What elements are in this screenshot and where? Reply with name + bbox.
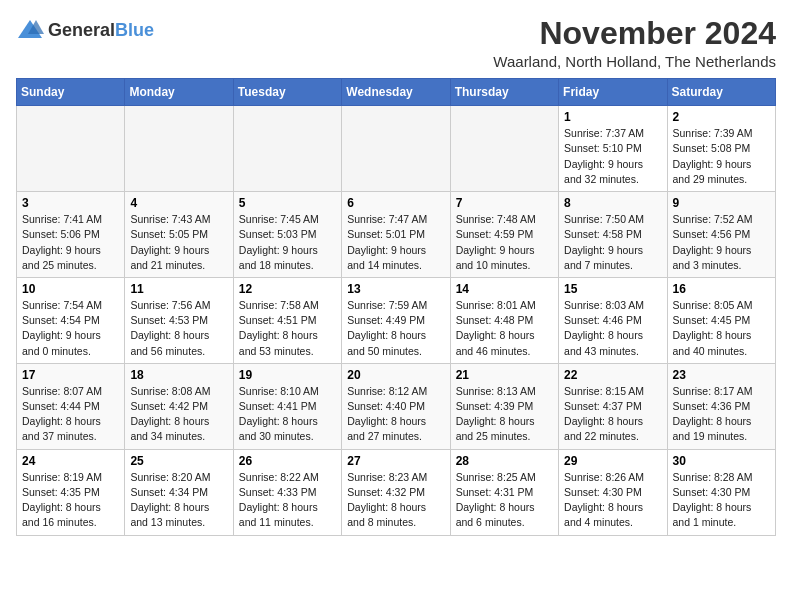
calendar-cell: 22Sunrise: 8:15 AM Sunset: 4:37 PM Dayli… [559,363,667,449]
calendar-cell: 26Sunrise: 8:22 AM Sunset: 4:33 PM Dayli… [233,449,341,535]
day-number: 3 [22,196,119,210]
calendar-cell: 8Sunrise: 7:50 AM Sunset: 4:58 PM Daylig… [559,192,667,278]
calendar-header-saturday: Saturday [667,79,775,106]
calendar-cell: 13Sunrise: 7:59 AM Sunset: 4:49 PM Dayli… [342,277,450,363]
day-info: Sunrise: 7:52 AM Sunset: 4:56 PM Dayligh… [673,212,770,273]
day-info: Sunrise: 8:23 AM Sunset: 4:32 PM Dayligh… [347,470,444,531]
location-title: Waarland, North Holland, The Netherlands [493,53,776,70]
calendar-cell: 29Sunrise: 8:26 AM Sunset: 4:30 PM Dayli… [559,449,667,535]
day-info: Sunrise: 8:26 AM Sunset: 4:30 PM Dayligh… [564,470,661,531]
day-number: 12 [239,282,336,296]
day-info: Sunrise: 8:17 AM Sunset: 4:36 PM Dayligh… [673,384,770,445]
day-number: 21 [456,368,553,382]
month-title: November 2024 [493,16,776,51]
calendar-cell [342,106,450,192]
day-info: Sunrise: 8:13 AM Sunset: 4:39 PM Dayligh… [456,384,553,445]
day-info: Sunrise: 7:37 AM Sunset: 5:10 PM Dayligh… [564,126,661,187]
calendar-week-row: 24Sunrise: 8:19 AM Sunset: 4:35 PM Dayli… [17,449,776,535]
calendar-cell [125,106,233,192]
day-info: Sunrise: 7:47 AM Sunset: 5:01 PM Dayligh… [347,212,444,273]
day-info: Sunrise: 8:25 AM Sunset: 4:31 PM Dayligh… [456,470,553,531]
day-number: 30 [673,454,770,468]
day-number: 13 [347,282,444,296]
calendar-cell: 5Sunrise: 7:45 AM Sunset: 5:03 PM Daylig… [233,192,341,278]
day-number: 22 [564,368,661,382]
day-number: 27 [347,454,444,468]
calendar-header-wednesday: Wednesday [342,79,450,106]
day-info: Sunrise: 8:01 AM Sunset: 4:48 PM Dayligh… [456,298,553,359]
calendar-cell: 9Sunrise: 7:52 AM Sunset: 4:56 PM Daylig… [667,192,775,278]
calendar-week-row: 10Sunrise: 7:54 AM Sunset: 4:54 PM Dayli… [17,277,776,363]
day-number: 23 [673,368,770,382]
calendar-cell: 3Sunrise: 7:41 AM Sunset: 5:06 PM Daylig… [17,192,125,278]
calendar-cell: 18Sunrise: 8:08 AM Sunset: 4:42 PM Dayli… [125,363,233,449]
title-area: November 2024 Waarland, North Holland, T… [493,16,776,70]
day-info: Sunrise: 8:15 AM Sunset: 4:37 PM Dayligh… [564,384,661,445]
calendar-cell: 23Sunrise: 8:17 AM Sunset: 4:36 PM Dayli… [667,363,775,449]
calendar-header-sunday: Sunday [17,79,125,106]
calendar-header-thursday: Thursday [450,79,558,106]
calendar-cell [450,106,558,192]
day-number: 5 [239,196,336,210]
day-number: 8 [564,196,661,210]
day-info: Sunrise: 8:19 AM Sunset: 4:35 PM Dayligh… [22,470,119,531]
calendar-cell: 17Sunrise: 8:07 AM Sunset: 4:44 PM Dayli… [17,363,125,449]
day-info: Sunrise: 7:43 AM Sunset: 5:05 PM Dayligh… [130,212,227,273]
day-number: 2 [673,110,770,124]
calendar-week-row: 17Sunrise: 8:07 AM Sunset: 4:44 PM Dayli… [17,363,776,449]
calendar-cell: 25Sunrise: 8:20 AM Sunset: 4:34 PM Dayli… [125,449,233,535]
day-info: Sunrise: 8:07 AM Sunset: 4:44 PM Dayligh… [22,384,119,445]
day-number: 7 [456,196,553,210]
day-number: 18 [130,368,227,382]
calendar: SundayMondayTuesdayWednesdayThursdayFrid… [16,78,776,535]
day-number: 1 [564,110,661,124]
day-number: 26 [239,454,336,468]
calendar-cell: 20Sunrise: 8:12 AM Sunset: 4:40 PM Dayli… [342,363,450,449]
day-number: 16 [673,282,770,296]
calendar-cell: 15Sunrise: 8:03 AM Sunset: 4:46 PM Dayli… [559,277,667,363]
logo: GeneralBlue [16,16,154,44]
day-number: 6 [347,196,444,210]
calendar-week-row: 1Sunrise: 7:37 AM Sunset: 5:10 PM Daylig… [17,106,776,192]
calendar-cell: 7Sunrise: 7:48 AM Sunset: 4:59 PM Daylig… [450,192,558,278]
day-number: 10 [22,282,119,296]
day-number: 11 [130,282,227,296]
calendar-cell: 16Sunrise: 8:05 AM Sunset: 4:45 PM Dayli… [667,277,775,363]
day-info: Sunrise: 8:22 AM Sunset: 4:33 PM Dayligh… [239,470,336,531]
calendar-cell: 10Sunrise: 7:54 AM Sunset: 4:54 PM Dayli… [17,277,125,363]
day-number: 25 [130,454,227,468]
day-number: 29 [564,454,661,468]
day-info: Sunrise: 7:56 AM Sunset: 4:53 PM Dayligh… [130,298,227,359]
day-info: Sunrise: 8:10 AM Sunset: 4:41 PM Dayligh… [239,384,336,445]
calendar-week-row: 3Sunrise: 7:41 AM Sunset: 5:06 PM Daylig… [17,192,776,278]
calendar-cell: 24Sunrise: 8:19 AM Sunset: 4:35 PM Dayli… [17,449,125,535]
day-info: Sunrise: 7:39 AM Sunset: 5:08 PM Dayligh… [673,126,770,187]
calendar-cell: 4Sunrise: 7:43 AM Sunset: 5:05 PM Daylig… [125,192,233,278]
calendar-cell: 11Sunrise: 7:56 AM Sunset: 4:53 PM Dayli… [125,277,233,363]
day-info: Sunrise: 7:45 AM Sunset: 5:03 PM Dayligh… [239,212,336,273]
calendar-cell: 2Sunrise: 7:39 AM Sunset: 5:08 PM Daylig… [667,106,775,192]
day-info: Sunrise: 7:41 AM Sunset: 5:06 PM Dayligh… [22,212,119,273]
day-number: 20 [347,368,444,382]
calendar-cell: 21Sunrise: 8:13 AM Sunset: 4:39 PM Dayli… [450,363,558,449]
logo-icon [16,16,44,44]
day-number: 15 [564,282,661,296]
day-info: Sunrise: 7:58 AM Sunset: 4:51 PM Dayligh… [239,298,336,359]
calendar-header-monday: Monday [125,79,233,106]
calendar-header-tuesday: Tuesday [233,79,341,106]
logo-blue: Blue [115,20,154,40]
calendar-cell: 6Sunrise: 7:47 AM Sunset: 5:01 PM Daylig… [342,192,450,278]
calendar-cell: 28Sunrise: 8:25 AM Sunset: 4:31 PM Dayli… [450,449,558,535]
day-info: Sunrise: 7:59 AM Sunset: 4:49 PM Dayligh… [347,298,444,359]
logo-general: General [48,20,115,40]
day-number: 14 [456,282,553,296]
header: GeneralBlue November 2024 Waarland, Nort… [16,16,776,70]
day-number: 4 [130,196,227,210]
calendar-cell: 30Sunrise: 8:28 AM Sunset: 4:30 PM Dayli… [667,449,775,535]
day-info: Sunrise: 8:05 AM Sunset: 4:45 PM Dayligh… [673,298,770,359]
day-info: Sunrise: 7:54 AM Sunset: 4:54 PM Dayligh… [22,298,119,359]
calendar-cell: 27Sunrise: 8:23 AM Sunset: 4:32 PM Dayli… [342,449,450,535]
day-info: Sunrise: 8:12 AM Sunset: 4:40 PM Dayligh… [347,384,444,445]
day-info: Sunrise: 8:20 AM Sunset: 4:34 PM Dayligh… [130,470,227,531]
calendar-cell: 12Sunrise: 7:58 AM Sunset: 4:51 PM Dayli… [233,277,341,363]
